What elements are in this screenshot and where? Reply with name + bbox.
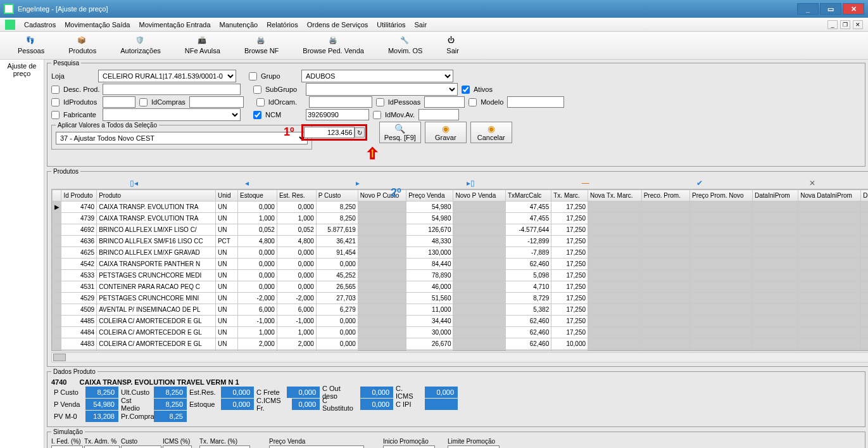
simpvenda-val[interactable]: 18,248	[269, 445, 364, 448]
fabricante-select[interactable]	[103, 108, 241, 121]
idpessoas-check[interactable]	[376, 98, 384, 106]
subgrupo-select[interactable]	[306, 83, 458, 96]
toolbar-autorizacoes[interactable]: 🛡️Autorizações	[120, 36, 161, 54]
col-produto[interactable]: Produto	[97, 190, 216, 202]
txmarc-val[interactable]: 17,250	[199, 445, 250, 448]
idmovav-check[interactable]	[373, 111, 381, 119]
close-button[interactable]: ✕	[843, 3, 864, 15]
pesquisar-button[interactable]: 🔍Pesq. [F9]	[379, 122, 421, 143]
idprodutos-input[interactable]	[103, 96, 135, 108]
modelo-input[interactable]	[507, 96, 564, 108]
menu-relatorios[interactable]: Relatórios	[267, 21, 298, 29]
col-precovenda[interactable]: Preço Venda	[406, 190, 453, 202]
sidebar-ajuste-preco[interactable]: Ajuste de preço	[3, 62, 41, 77]
col-datainiprom[interactable]: DataIniProm	[753, 190, 798, 202]
table-row[interactable]: 4533PETSTAGES CRUNCHCORE MEDIUN0,0000,00…	[53, 270, 869, 281]
col-datapro[interactable]: Data Pro	[861, 190, 868, 202]
col-estoque[interactable]: Estoque	[238, 190, 277, 202]
menu-utilitarios[interactable]: Utilitários	[377, 21, 405, 29]
table-row[interactable]: 4739CAIXA TRANSP. EVOLUTION TRAUN1,0001,…	[53, 213, 869, 224]
grupo-check[interactable]	[249, 72, 257, 80]
col-novopvenda[interactable]: Novo P Venda	[453, 190, 506, 202]
col-unid[interactable]: Unid	[215, 190, 237, 202]
toolbar-sair[interactable]: ⏻Sair	[446, 36, 459, 54]
ncm-input[interactable]	[306, 109, 369, 120]
table-row[interactable]: ▶4740CAIXA TRANSP. EVOLUTION TRAUN0,0000…	[53, 202, 869, 213]
toolbar-pessoas[interactable]: 👣Pessoas	[18, 36, 44, 54]
col-novatxmarc[interactable]: Nova Tx. Marc.	[588, 190, 642, 202]
mdi-restore-button[interactable]: ❐	[840, 20, 850, 29]
descprod-input[interactable]	[103, 84, 241, 95]
menu-cadastros[interactable]: Cadastros	[24, 21, 56, 29]
table-row[interactable]: 4529PETSTAGES CRUNCHCORE MINIUN-2,000-2,…	[53, 293, 869, 304]
toolbar-produtos[interactable]: 📦Produtos	[68, 36, 96, 54]
gravar-button[interactable]: ◉Gravar	[425, 122, 467, 143]
table-row[interactable]: 4509AVENTAL P/ INSEMINACAO DE PLUN6,0006…	[53, 304, 869, 316]
nav-delete[interactable]: —	[582, 179, 589, 188]
icms-val[interactable]: 0,00	[163, 445, 192, 448]
produtos-grid[interactable]: Id Produto Produto Unid Estoque Est. Res…	[51, 189, 868, 351]
ativos-check[interactable]	[462, 86, 470, 94]
grid-hscroll[interactable]	[51, 352, 868, 362]
table-row[interactable]: 4542CAIXA TRANSPORTE PANTHER NUN0,0000,0…	[53, 259, 869, 270]
col-idproduto[interactable]: Id Produto	[61, 190, 97, 202]
idpessoas-input[interactable]	[424, 96, 465, 108]
toolbar-nfe[interactable]: 📠NFe Avulsa	[185, 36, 220, 54]
nav-last[interactable]: ▸▯	[467, 179, 475, 188]
table-row[interactable]: 4485COLEIRA C/ AMORTECEDOR E GLUN-1,000-…	[53, 316, 869, 327]
menu-mov-entrada[interactable]: Movimentação Entrada	[139, 21, 210, 29]
idmovav-input[interactable]	[418, 109, 459, 120]
toolbar-browsepv[interactable]: 🖨️Browse Ped. Venda	[303, 36, 364, 54]
col-precoprom[interactable]: Preco. Prom.	[641, 190, 689, 202]
ncm-check[interactable]	[253, 111, 261, 119]
nav-first[interactable]: ▯◂	[130, 179, 138, 188]
col-txmarc[interactable]: Tx. Marc.	[551, 190, 588, 202]
valor-input[interactable]	[304, 127, 355, 138]
idcompras-input[interactable]	[189, 96, 244, 108]
limprom-val[interactable]: 01/04/2018	[448, 445, 500, 448]
nav-cancel[interactable]: ✕	[809, 179, 815, 188]
apply-value-button[interactable]: ↻	[355, 127, 365, 138]
table-row[interactable]: 4484COLEIRA C/ AMORTECEDOR E GLUN1,0001,…	[53, 327, 869, 338]
descprod-check[interactable]	[51, 86, 60, 94]
modelo-check[interactable]	[469, 98, 477, 106]
ifed-val[interactable]: 7,54	[51, 445, 83, 448]
menu-ordens[interactable]: Ordens de Serviços	[307, 21, 368, 29]
table-row[interactable]: 4531CONTEINER PARA RACAO PEQ CUN0,0000,0…	[53, 281, 869, 293]
minimize-button[interactable]: _	[797, 3, 819, 15]
loja-select[interactable]: CELEIRO RURAL1|17.481.539/0001-0	[98, 70, 236, 82]
col-txmarccalc[interactable]: TxMarcCalc	[506, 190, 551, 202]
aplicar-select[interactable]: 37 - Ajustar Todos Novo CEST	[56, 132, 308, 144]
txadm-val[interactable]: 30,00	[84, 445, 120, 448]
table-row[interactable]: 4692BRINCO ALLFLEX LM/XF LISO C/UN0,0520…	[53, 224, 869, 236]
idorcam-check[interactable]	[256, 98, 265, 106]
nav-next[interactable]: ▸	[356, 179, 360, 188]
mdi-close-button[interactable]: ✕	[853, 20, 863, 29]
idcompras-check[interactable]	[139, 98, 148, 106]
menu-manutencao[interactable]: Manutenção	[220, 21, 258, 29]
toolbar-browsenf[interactable]: 🖨️Browse NF	[244, 36, 279, 54]
nav-confirm[interactable]: ✔	[696, 179, 703, 188]
fabricante-check[interactable]	[51, 111, 60, 119]
grupo-select[interactable]: ADUBOS	[301, 70, 453, 82]
table-row[interactable]: 4483COLEIRA C/ AMORTECEDOR E GLUN2,0002,…	[53, 338, 869, 350]
col-estres[interactable]: Est. Res.	[277, 190, 316, 202]
col-novadatainiprom[interactable]: Nova DataIniProm	[798, 190, 861, 202]
idprodutos-check[interactable]	[51, 98, 60, 106]
mdi-minimize-button[interactable]: _	[827, 20, 838, 29]
toolbar-movimos[interactable]: 🔧Movim. OS	[388, 36, 422, 54]
col-pcusto[interactable]: P Custo	[316, 190, 358, 202]
iniprom-val[interactable]: / /	[383, 445, 435, 448]
menu-sair[interactable]: Sair	[415, 21, 427, 29]
nav-prev[interactable]: ◂	[245, 179, 249, 188]
subgrupo-check[interactable]	[253, 86, 261, 94]
table-row[interactable]: 4448CASA PLASTICA N 2 S/ COCHONEUN0,0000…	[53, 350, 869, 352]
idorcam-input[interactable]	[309, 96, 372, 108]
table-row[interactable]: 4636BRINCO ALLFLEX SM/F16 LISO CCPCT4,80…	[53, 236, 869, 247]
table-row[interactable]: 4625BRINCO ALLFLEX LM/XF GRAVADUN0,0000,…	[53, 247, 869, 259]
custo-val[interactable]: 8,250	[121, 445, 161, 448]
cancelar-button[interactable]: ◉Cancelar	[470, 122, 512, 143]
maximize-button[interactable]: ▭	[820, 3, 841, 15]
col-precopromn[interactable]: Preço Prom. Novo	[689, 190, 752, 202]
menu-mov-saida[interactable]: Movimentação Saída	[65, 21, 130, 29]
